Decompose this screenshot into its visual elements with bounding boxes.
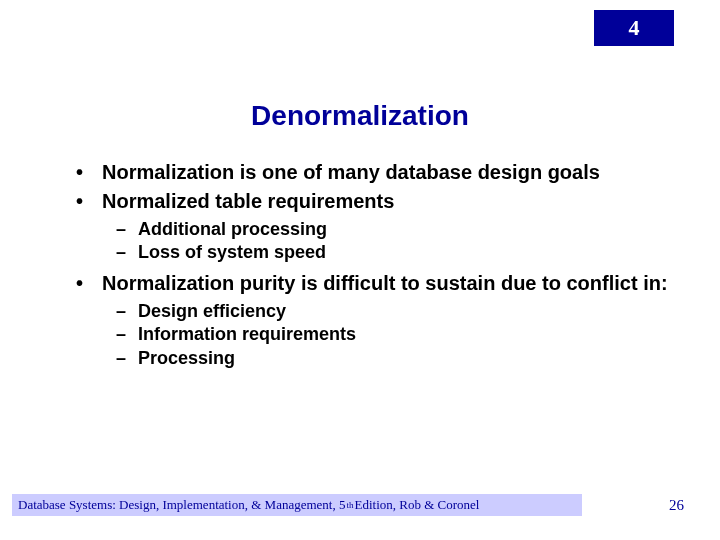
footer-text-prefix: Database Systems: Design, Implementation… (18, 497, 345, 513)
list-item: Normalization purity is difficult to sus… (74, 271, 670, 296)
footer-text-suffix: Edition, Rob & Coronel (354, 497, 479, 513)
footer-ordinal: th (346, 500, 353, 510)
list-item: Loss of system speed (116, 241, 670, 264)
page-number: 26 (669, 497, 684, 514)
list-item: Additional processing (116, 218, 670, 241)
list-item: Normalization is one of many database de… (74, 160, 670, 185)
list-item: Information requirements (116, 323, 670, 346)
list-item: Processing (116, 347, 670, 370)
sub-list: Additional processing Loss of system spe… (116, 218, 670, 265)
footer-reference: Database Systems: Design, Implementation… (12, 494, 582, 516)
list-item: Design efficiency (116, 300, 670, 323)
content-area: Normalization is one of many database de… (74, 160, 670, 376)
list-item: Normalized table requirements (74, 189, 670, 214)
chapter-badge: 4 (594, 10, 674, 46)
slide-title: Denormalization (0, 100, 720, 132)
sub-list: Design efficiency Information requiremen… (116, 300, 670, 370)
